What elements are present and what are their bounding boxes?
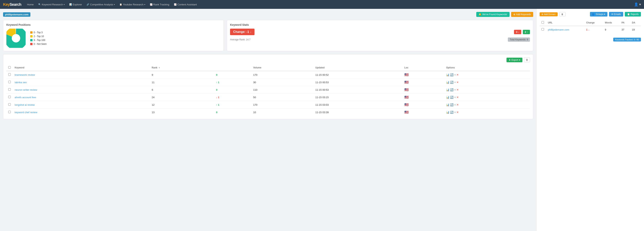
loc-cell: 🇺🇸 (402, 71, 444, 79)
refresh-icon[interactable]: 🔄 (450, 88, 454, 91)
badge-up-count: 2 (525, 30, 526, 33)
nav-explorer[interactable]: 📊 Explorer (67, 0, 84, 9)
flag-icon: 🇺🇸 (404, 95, 408, 99)
th-words: Words (603, 19, 620, 26)
keyword-link[interactable]: labrika seo (14, 81, 27, 84)
add-domain-button[interactable]: ⊕ Add Domain (540, 12, 558, 16)
options-icons: 📊 🔄 ≡ ✕ (446, 88, 528, 91)
row-checkbox-1[interactable] (8, 81, 11, 83)
flag-icon: 🇺🇸 (404, 103, 408, 107)
domains-table: URL Change Words PA DA phillipstemann.co… (540, 19, 641, 33)
emails-button[interactable]: ✉ Emails (609, 12, 623, 16)
keyword-link[interactable]: keyword chef review (14, 111, 37, 114)
user-icon[interactable]: 👤 ▾ (634, 2, 641, 6)
delete-row-icon[interactable]: ✕ (456, 73, 459, 76)
chart-icon[interactable]: 📊 (446, 88, 449, 91)
change-zero: 0 (216, 111, 217, 114)
row-checkbox-0[interactable] (8, 73, 11, 76)
nav-keyword-research[interactable]: 🔍 Keyword Research ▾ (36, 0, 66, 9)
keyword-link[interactable]: ahrefs account free (14, 96, 36, 99)
refresh-icon[interactable]: 🔄 (450, 96, 454, 99)
delete-row-icon[interactable]: ✕ (456, 96, 459, 99)
change-cell: 0 (214, 71, 251, 79)
competitive-analysis-caret: ▾ (114, 3, 115, 5)
row-checkbox-4[interactable] (8, 103, 11, 106)
keyword-link[interactable]: longshot ai review (14, 103, 34, 106)
volume-cell: 10 (251, 109, 313, 116)
updated-cell: 11-15 03:39 (313, 109, 402, 116)
rank-badge-up: 2 ↑ (523, 30, 530, 34)
volume-cell: 170 (251, 101, 313, 109)
list-icon[interactable]: ≡ (454, 96, 456, 99)
url-link[interactable]: phillipstemann.com (548, 28, 569, 31)
updated-cell: 11-15 00:53 (313, 79, 402, 86)
legend-label-top3: 0 - Top 3 (34, 31, 42, 34)
top-bar-right: 🔔 We've Found Keywords! ⊕ Add Keywords (476, 12, 533, 17)
change-arrow-icon: ↓ (250, 30, 252, 33)
list-icon[interactable]: ≡ (454, 88, 456, 91)
chart-icon[interactable]: 📊 (446, 111, 449, 114)
table-area: ⬇ Export ▾ 🗑 Keyword Rank ▼ Volume (3, 54, 533, 119)
list-icon[interactable]: ≡ (454, 81, 456, 84)
row-checkbox-5[interactable] (8, 111, 11, 113)
right-top-bar: ⊕ Add Domain 🗑 👥 Groups ▾ ✉ Emails 📋 R (540, 12, 641, 16)
refresh-icon[interactable]: 🔄 (450, 73, 454, 76)
brand-logo[interactable]: KeySearch (3, 2, 21, 7)
navbar: KeySearch Home 🔍 Keyword Research ▾ 📊 Ex… (0, 0, 644, 9)
domain-badge: phillipstemann.com (3, 12, 30, 17)
row-checkbox-2[interactable] (8, 88, 11, 91)
trash-domain-button[interactable]: 🗑 (559, 12, 566, 16)
nav-youtube-research[interactable]: 📋 Youtube Research ▾ (118, 0, 147, 9)
th-da: DA (630, 19, 641, 26)
pie-svg (6, 29, 26, 48)
nav-home[interactable]: Home (25, 0, 36, 9)
nav-competitive-analysis[interactable]: 🔗 Competitive Analysis ▾ (85, 0, 117, 9)
legend-item-notseen: 0 - Not Seen (30, 43, 46, 45)
list-icon[interactable]: ≡ (454, 73, 456, 76)
nav-right: 👤 ▾ (634, 2, 641, 6)
nav-content-assistant-label: Content Assistant (177, 3, 197, 6)
delete-row-icon[interactable]: ✕ (456, 88, 459, 91)
refresh-icon[interactable]: 🔄 (450, 111, 454, 114)
right-select-all-checkbox[interactable] (542, 21, 544, 24)
th-updated: Updated (313, 65, 402, 71)
legend-label-top100: 9 - Top 100 (34, 39, 45, 41)
domain-row-checkbox-0[interactable] (542, 28, 544, 30)
select-all-checkbox[interactable] (8, 66, 11, 69)
volume-cell: 30 (251, 79, 313, 86)
nav-rank-tracking[interactable]: 📈 Rank Tracking (148, 0, 171, 9)
chart-icon[interactable]: 📊 (446, 73, 449, 76)
rank-cell: 11 (150, 79, 214, 86)
list-icon[interactable]: ≡ (454, 111, 456, 114)
rank-cell: 9 (150, 71, 214, 79)
bell-icon: 🔔 (478, 13, 482, 16)
delete-row-icon[interactable]: ✕ (456, 111, 459, 114)
delete-row-icon[interactable]: ✕ (456, 103, 459, 106)
delete-button[interactable]: 🗑 (524, 57, 530, 62)
nav-content-assistant[interactable]: 📈 Content Assistant (172, 0, 199, 9)
badge-down-count: 3 (516, 30, 517, 33)
refresh-icon[interactable]: 🔄 (450, 103, 454, 106)
add-keywords-button[interactable]: ⊕ Add Keywords (511, 12, 533, 17)
arrow-up-icon: ↑ (216, 103, 217, 106)
row-checkbox-3[interactable] (8, 96, 11, 98)
reports-button[interactable]: 📋 Reports (625, 12, 641, 16)
delete-row-icon[interactable]: ✕ (456, 81, 459, 84)
add-keywords-label: Add Keywords (516, 13, 531, 16)
list-icon[interactable]: ≡ (454, 103, 456, 106)
table-row: bramework review 9 0 170 11-15 00:52 🇺🇸 … (6, 71, 530, 79)
flag-icon: 🇺🇸 (404, 80, 408, 84)
export-button[interactable]: ⬇ Export ▾ (506, 58, 522, 62)
chart-icon[interactable]: 📊 (446, 81, 449, 84)
nav-rank-tracking-label: Rank Tracking (153, 3, 169, 6)
refresh-icon[interactable]: 🔄 (450, 81, 454, 84)
keyword-link[interactable]: bramework review (14, 73, 35, 76)
found-keywords-button[interactable]: 🔔 We've Found Keywords! (476, 12, 509, 17)
keyword-link[interactable]: neuron writer review (14, 88, 37, 91)
keywords-tracked-badge: Keywords Tracked: 9 / 80 (613, 38, 641, 41)
chart-icon[interactable]: 📊 (446, 96, 449, 99)
nav-home-label: Home (27, 3, 34, 6)
change-button[interactable]: Change: -1 ↓ (230, 29, 254, 35)
groups-button[interactable]: 👥 Groups ▾ (590, 12, 608, 16)
chart-icon[interactable]: 📊 (446, 103, 449, 106)
